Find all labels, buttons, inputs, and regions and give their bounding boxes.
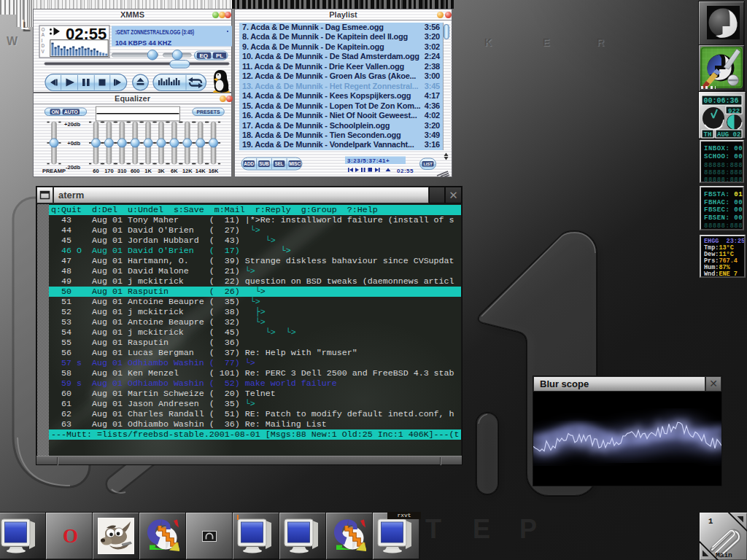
svg-text:PRESETS: PRESETS: [196, 109, 220, 114]
svg-text:1K: 1K: [144, 168, 152, 174]
svg-text:O: O: [42, 27, 45, 32]
svg-text:170: 170: [104, 168, 114, 174]
svg-text::GENT ZONNESTRALEN.OGG (3:45): :GENT ZONNESTRALEN.OGG (3:45): [115, 28, 194, 36]
svg-text:600: 600: [131, 168, 140, 174]
svg-text:00:06:36: 00:06:36: [704, 97, 739, 105]
svg-text:MISC: MISC: [289, 161, 301, 166]
svg-text:A: A: [42, 32, 45, 37]
svg-text:TH: TH: [704, 131, 712, 139]
svg-text:I: I: [42, 38, 43, 43]
svg-text:V: V: [42, 49, 45, 54]
svg-text:SEL: SEL: [274, 161, 283, 166]
svg-text:16K: 16K: [209, 168, 219, 174]
svg-text:ON: ON: [51, 109, 58, 114]
svg-text:12K: 12K: [182, 168, 193, 174]
svg-text:D: D: [42, 43, 45, 48]
svg-text:LIST: LIST: [423, 162, 433, 166]
svg-text:PREAMP: PREAMP: [42, 168, 66, 174]
svg-text:PL: PL: [216, 52, 223, 59]
svg-text:14K: 14K: [196, 168, 206, 174]
svg-text:AUTO: AUTO: [64, 109, 78, 114]
svg-text:60: 60: [93, 168, 98, 174]
svg-text:SUB: SUB: [259, 161, 269, 166]
svg-text:3:23/5:37:41+: 3:23/5:37:41+: [347, 158, 390, 164]
svg-text:02:55: 02:55: [397, 168, 414, 174]
svg-text:Main: Main: [716, 551, 732, 559]
svg-text:6K: 6K: [171, 168, 178, 174]
svg-text:104 KBPS 44 KHZ: 104 KBPS 44 KHZ: [115, 39, 171, 47]
svg-text:1: 1: [708, 517, 713, 526]
svg-text:310: 310: [117, 168, 127, 174]
svg-text:3K: 3K: [158, 168, 165, 174]
svg-text:+0db: +0db: [67, 140, 80, 147]
svg-text:-20db: -20db: [66, 164, 80, 171]
svg-text:ADD: ADD: [244, 161, 254, 166]
svg-text:AUG 02: AUG 02: [717, 131, 740, 139]
svg-text:+20db: +20db: [64, 121, 80, 128]
svg-text:922: 922: [728, 108, 740, 115]
svg-text:EQ: EQ: [200, 52, 209, 59]
